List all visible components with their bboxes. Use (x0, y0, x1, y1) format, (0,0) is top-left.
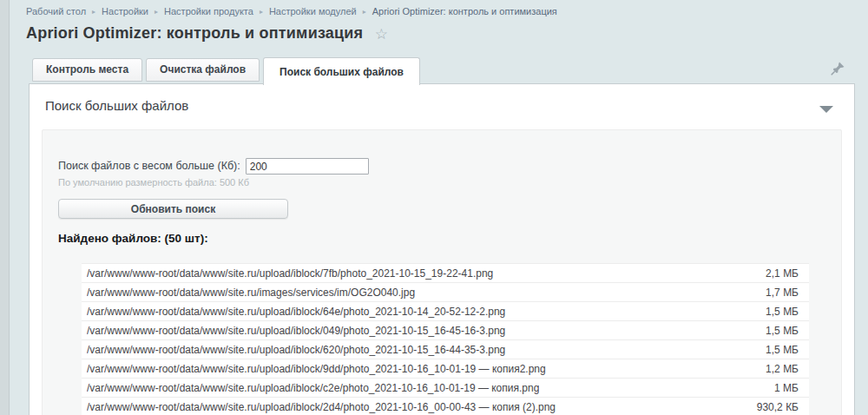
file-path: /var/www/www-root/data/www/site.ru/uploa… (87, 401, 556, 413)
table-row: /var/www/www-root/data/www/site.ru/uploa… (82, 321, 809, 340)
page: Рабочий стол▸Настройки▸Настройки продукт… (0, 0, 868, 415)
breadcrumb: Рабочий стол▸Настройки▸Настройки продукт… (26, 6, 851, 16)
tab[interactable]: Контроль места (32, 58, 142, 82)
page-title-row: Apriori Optimizer: контроль и оптимизаци… (26, 24, 388, 43)
tab-bar: Контроль места Очистка файлов Поиск боль… (32, 57, 424, 84)
left-edge-strip (0, 0, 10, 415)
search-size-label: Поиск файлов с весом больше (Кб): (58, 160, 240, 172)
file-size: 930,2 КБ (757, 401, 799, 413)
file-size: 1,5 МБ (766, 344, 799, 356)
page-title: Apriori Optimizer: контроль и оптимизаци… (26, 24, 363, 42)
file-path: /var/www/www-root/data/www/site.ru/uploa… (87, 267, 493, 280)
refresh-search-button[interactable]: Обновить поиск (58, 199, 288, 219)
breadcrumb-separator-icon: ▸ (92, 8, 95, 16)
breadcrumb-separator-icon: ▸ (155, 8, 158, 16)
tab-label: Очистка файлов (160, 63, 246, 76)
tab[interactable]: Очистка файлов (146, 58, 260, 82)
file-path: /var/www/www-root/data/www/site.ru/uploa… (87, 325, 505, 337)
file-path: /var/www/www-root/data/www/site.ru/uploa… (87, 363, 546, 375)
content-panel: Поиск больших файлов Поиск файлов с весо… (29, 83, 855, 415)
table-row: /var/www/www-root/data/www/site.ru/uploa… (82, 398, 809, 415)
file-size: 1,2 МБ (766, 363, 799, 375)
file-path: /var/www/www-root/data/www/site.ru/image… (87, 287, 415, 299)
search-size-input[interactable] (246, 158, 369, 175)
file-size: 2,1 МБ (766, 267, 799, 280)
file-size: 1,7 МБ (766, 287, 799, 299)
file-path: /var/www/www-root/data/www/site.ru/uploa… (87, 344, 505, 356)
breadcrumb-separator-icon: ▸ (363, 8, 366, 16)
section-header: Поиск больших файлов (30, 84, 854, 114)
search-form-line: Поиск файлов с весом больше (Кб): (58, 158, 825, 175)
file-size: 1 МБ (774, 382, 799, 394)
breadcrumb-separator-icon: ▸ (260, 8, 263, 16)
breadcrumb-item[interactable]: Настройки модулей (269, 6, 357, 16)
favorite-star-icon[interactable]: ☆ (375, 25, 388, 43)
table-row: /var/www/www-root/data/www/site.ru/image… (82, 283, 809, 302)
table-row: /var/www/www-root/data/www/site.ru/uploa… (82, 302, 809, 321)
search-box: Поиск файлов с весом больше (Кб): По умо… (42, 129, 842, 415)
table-row: /var/www/www-root/data/www/site.ru/uploa… (82, 379, 809, 398)
file-list: /var/www/www-root/data/www/site.ru/uploa… (82, 263, 809, 415)
pin-icon[interactable] (831, 61, 845, 79)
file-size: 1,5 МБ (766, 325, 799, 337)
tab[interactable]: Поиск больших файлов (263, 57, 420, 85)
breadcrumb-item[interactable]: Настройки (102, 6, 148, 16)
search-size-hint: По умолчанию размерность файла: 500 Кб (58, 177, 825, 188)
file-path: /var/www/www-root/data/www/site.ru/uploa… (87, 382, 539, 394)
breadcrumb-item[interactable]: Рабочий стол (26, 6, 86, 16)
section-title: Поиск больших файлов (45, 98, 188, 113)
table-row: /var/www/www-root/data/www/site.ru/uploa… (82, 359, 809, 379)
breadcrumb-item[interactable]: Apriori Optimizer: контроль и оптимизаци… (372, 6, 557, 16)
table-row: /var/www/www-root/data/www/site.ru/uploa… (82, 340, 809, 359)
collapse-chevron-down-icon[interactable] (819, 106, 833, 113)
tab-label: Поиск больших файлов (279, 66, 404, 78)
found-files-heading: Найдено файлов: (50 шт): (58, 232, 825, 245)
breadcrumb-item[interactable]: Настройки продукта (164, 6, 253, 16)
file-size: 1,5 МБ (766, 306, 799, 318)
tab-label: Контроль места (46, 63, 128, 76)
file-path: /var/www/www-root/data/www/site.ru/uploa… (87, 306, 505, 318)
table-row: /var/www/www-root/data/www/site.ru/uploa… (82, 264, 809, 283)
